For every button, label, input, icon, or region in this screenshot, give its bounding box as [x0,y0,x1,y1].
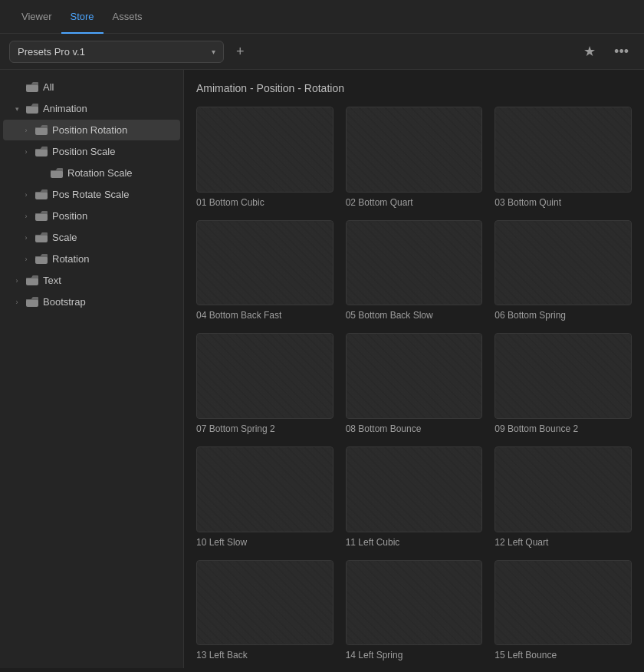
sidebar-item-label-scale: Scale [52,232,77,243]
tab-viewer[interactable]: Viewer [12,0,61,34]
preset-thumbnail-15 [495,560,632,646]
svg-rect-0 [26,84,38,92]
chevron-right-icon: › [21,147,31,156]
preset-grid: 01 Bottom Cubic02 Bottom Quart03 Bottom … [196,107,632,660]
preset-item-2[interactable]: 02 Bottom Quart [346,107,483,208]
folder-icon [26,104,38,114]
sidebar-item-pos-rotate-scale[interactable]: ›Pos Rotate Scale [3,184,180,205]
tab-assets[interactable]: Assets [104,0,152,34]
preset-label-8: 08 Bottom Bounce [346,423,483,434]
preset-thumbnail-7 [196,333,334,419]
add-button[interactable]: + [230,41,251,63]
preset-thumbnail-11 [346,446,483,532]
svg-rect-10 [26,299,38,307]
preset-item-1[interactable]: 01 Bottom Cubic [196,107,334,208]
svg-rect-7 [35,235,48,242]
chevron-right-icon: › [21,255,31,264]
content-header: Amimation - Position - Rotation [196,82,632,94]
preset-label-11: 11 Left Cubic [346,537,483,548]
preset-thumbnail-10 [196,446,334,532]
preset-label-3: 03 Bottom Quint [495,197,632,208]
sidebar-item-label-rotation-scale: Rotation Scale [67,167,133,179]
preset-label-15: 15 Left Bounce [495,650,632,660]
preset-item-5[interactable]: 05 Bottom Back Slow [346,220,483,321]
preset-item-9[interactable]: 09 Bottom Bounce 2 [495,333,632,434]
folder-icon [35,254,48,265]
sidebar-item-rotation[interactable]: ›Rotation [3,249,180,269]
sidebar-item-label-animation: Animation [43,103,87,114]
sidebar: All▾Animation›Position Rotation›Position… [0,70,184,668]
preset-item-15[interactable]: 15 Left Bounce [495,560,632,661]
sidebar-item-all[interactable]: All [3,77,180,97]
preset-item-4[interactable]: 04 Bottom Back Fast [196,220,334,321]
preset-label-2: 02 Bottom Quart [346,197,483,208]
preset-item-13[interactable]: 13 Left Back [196,560,334,661]
preset-label-1: 01 Bottom Cubic [196,197,334,208]
preset-thumbnail-12 [495,446,632,532]
preset-item-3[interactable]: 03 Bottom Quint [495,107,632,208]
chevron-right-icon: › [21,233,31,242]
sidebar-item-text[interactable]: ›Text [3,270,180,291]
preset-thumbnail-1 [196,107,334,193]
sidebar-item-rotation-scale[interactable]: Rotation Scale [3,163,180,183]
tab-store[interactable]: Store [61,0,104,34]
svg-rect-3 [35,149,48,156]
folder-icon [26,275,38,286]
chevron-right-icon: › [12,276,21,285]
preset-item-7[interactable]: 07 Bottom Spring 2 [196,333,334,434]
sidebar-item-bootstrap[interactable]: ›Bootstrap [3,292,180,312]
preset-label-9: 09 Bottom Bounce 2 [495,423,632,434]
folder-icon [35,189,48,200]
preset-thumbnail-9 [495,333,632,419]
sidebar-item-animation[interactable]: ▾Animation [3,98,180,119]
preset-item-10[interactable]: 10 Left Slow [196,446,334,548]
preset-dropdown[interactable]: Presets Pro v.1 ▾ [9,41,224,63]
svg-rect-1 [26,106,38,114]
folder-icon [35,125,48,136]
star-button[interactable]: ★ [577,40,602,63]
sidebar-item-position-rotation[interactable]: ›Position Rotation [3,120,180,140]
svg-rect-2 [35,127,48,135]
chevron-right-icon: › [12,298,21,307]
preset-label-6: 06 Bottom Spring [495,310,632,321]
sidebar-item-label-rotation: Rotation [52,253,89,265]
sidebar-item-scale[interactable]: ›Scale [3,227,180,248]
main-layout: All▾Animation›Position Rotation›Position… [0,70,644,668]
preset-label-5: 05 Bottom Back Slow [346,310,483,321]
sidebar-item-label-text: Text [43,275,61,286]
preset-item-14[interactable]: 14 Left Spring [346,560,483,661]
preset-label-14: 14 Left Spring [346,650,483,660]
sidebar-item-label-pos-rotate-scale: Pos Rotate Scale [52,189,129,200]
preset-label-7: 07 Bottom Spring 2 [196,423,334,434]
svg-rect-4 [51,170,63,178]
more-button[interactable]: ••• [608,41,635,63]
preset-thumbnail-8 [346,333,483,419]
tab-bar: Viewer Store Assets [0,0,644,34]
preset-thumbnail-3 [495,107,632,193]
sidebar-item-position-scale[interactable]: ›Position Scale [3,141,180,162]
sidebar-item-position[interactable]: ›Position [3,206,180,226]
folder-icon [35,147,48,157]
sidebar-item-label-bootstrap: Bootstrap [43,296,86,308]
content-area: Amimation - Position - Rotation 01 Botto… [184,70,644,668]
preset-item-11[interactable]: 11 Left Cubic [346,446,483,548]
preset-label-13: 13 Left Back [196,650,334,660]
preset-label-10: 10 Left Slow [196,537,334,548]
svg-rect-5 [35,192,48,199]
preset-item-8[interactable]: 08 Bottom Bounce [346,333,483,434]
preset-item-6[interactable]: 06 Bottom Spring [495,220,632,321]
toolbar: Presets Pro v.1 ▾ + ★ ••• [0,34,644,70]
folder-icon [35,232,48,243]
preset-item-12[interactable]: 12 Left Quart [495,446,632,548]
svg-rect-6 [35,213,48,221]
chevron-right-icon: ▾ [12,104,21,114]
chevron-down-icon: ▾ [212,48,215,56]
preset-thumbnail-6 [495,220,632,306]
sidebar-item-label-position-scale: Position Scale [52,146,115,157]
preset-label-4: 04 Bottom Back Fast [196,310,334,321]
preset-thumbnail-14 [346,560,483,646]
preset-thumbnail-13 [196,560,334,646]
svg-rect-9 [26,278,38,285]
preset-thumbnail-2 [346,107,483,193]
sidebar-item-label-all: All [43,81,54,93]
